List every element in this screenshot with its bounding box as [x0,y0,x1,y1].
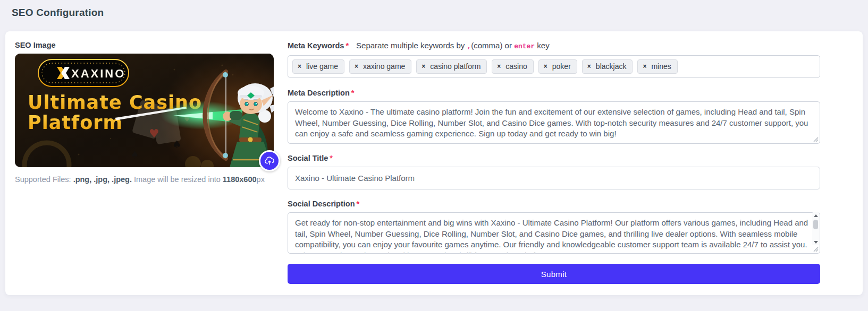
keyword-tag[interactable]: ×poker [538,59,577,74]
keyword-tag[interactable]: ×casino platform [416,59,487,74]
svg-text:♠: ♠ [131,149,139,160]
hint-suffix: key [535,41,550,50]
keyword-tag-label: xaxino game [363,62,405,71]
keyword-tag[interactable]: ×blackjack [582,59,633,74]
help-prefix: Supported Files: [15,175,73,184]
seo-configuration-card: SEO Image [5,31,863,295]
required-asterisk: * [351,89,355,97]
keyword-tag-label: casino [505,62,527,71]
required-asterisk: * [345,41,349,50]
triangle-down-icon [814,241,818,244]
help-suffix: px [257,175,265,184]
scroll-down-button[interactable] [812,239,819,245]
seo-image-preview: ♥ ♠ ♠ ♥ XAXINO [15,54,274,167]
keyword-tag-label: poker [552,62,571,71]
keyword-tag[interactable]: ×casino [492,59,533,74]
keyword-tag[interactable]: ×live game [292,59,344,74]
keyword-tag[interactable]: ×xaxino game [349,59,411,74]
social-description-label: Social Description* [288,200,820,208]
banner-headline-2: Platform [28,112,123,133]
social-description-input[interactable]: Get ready for non-stop entertainment and… [288,212,820,254]
help-size: 1180x600 [223,175,257,184]
upload-image-button[interactable] [259,150,280,171]
keyword-tag-label: casino platform [430,62,481,71]
social-title-label: Social Title* [288,154,820,162]
keyword-tag-label: live game [306,62,338,71]
social-description-scrollbar[interactable] [812,212,819,245]
page-title: SEO Configuration [0,0,868,19]
supported-files-help: Supported Files: .png, .jpg, .jpeg. Imag… [15,175,274,185]
banner-logo-text: XAXINO [71,67,125,80]
social-title-label-text: Social Title [288,154,328,162]
meta-keywords-label: Meta Keywords* [288,41,349,50]
help-file-types: .png, .jpg, .jpeg. [73,175,132,184]
meta-keywords-hint: Separate multiple keywords by ,(comma) o… [356,41,550,50]
svg-text:♥: ♥ [149,127,159,140]
required-asterisk: * [330,154,333,162]
triangle-up-icon [814,214,818,217]
seo-form: Meta Keywords* Separate multiple keyword… [288,41,820,283]
meta-description-label: Meta Description* [288,89,820,97]
remove-tag-icon[interactable]: × [422,63,425,70]
resize-grip-icon[interactable] [813,136,819,142]
cloud-upload-icon [264,156,275,166]
submit-button[interactable]: Submit [288,264,820,284]
required-asterisk: * [357,200,360,208]
seo-image-label: SEO Image [15,41,274,49]
casino-banner-image: ♥ ♠ ♠ ♥ XAXINO [15,54,274,167]
remove-tag-icon[interactable]: × [544,63,547,70]
keyword-tag[interactable]: ×mines [637,59,677,74]
remove-tag-icon[interactable]: × [643,63,646,70]
remove-tag-icon[interactable]: × [298,63,301,70]
meta-description-label-text: Meta Description [288,89,350,97]
seo-image-column: SEO Image [15,41,274,283]
banner-logo: XAXINO [38,59,129,87]
remove-tag-icon[interactable]: × [497,63,501,70]
hint-prefix: Separate multiple keywords by [356,41,467,50]
resize-grip-icon[interactable] [813,246,819,252]
keyword-tag-label: mines [651,62,671,71]
scroll-up-button[interactable] [812,212,819,219]
meta-description-input[interactable]: Welcome to Xaxino - The ultimate casino … [288,101,820,144]
svg-text:♠: ♠ [172,138,182,151]
scrollbar-thumb[interactable] [813,220,818,229]
remove-tag-icon[interactable]: × [355,63,358,70]
meta-keywords-label-text: Meta Keywords [288,41,344,50]
hint-mid: (comma) or [471,41,514,50]
social-title-input[interactable] [288,167,820,189]
help-middle: Image will be resized into [132,175,223,184]
keyword-tag-label: blackjack [596,62,627,71]
hint-enter-code: enter [514,42,535,50]
meta-keywords-field[interactable]: ×live game×xaxino game×casino platform×c… [288,55,820,78]
remove-tag-icon[interactable]: × [587,63,591,70]
social-description-label-text: Social Description [288,200,355,208]
